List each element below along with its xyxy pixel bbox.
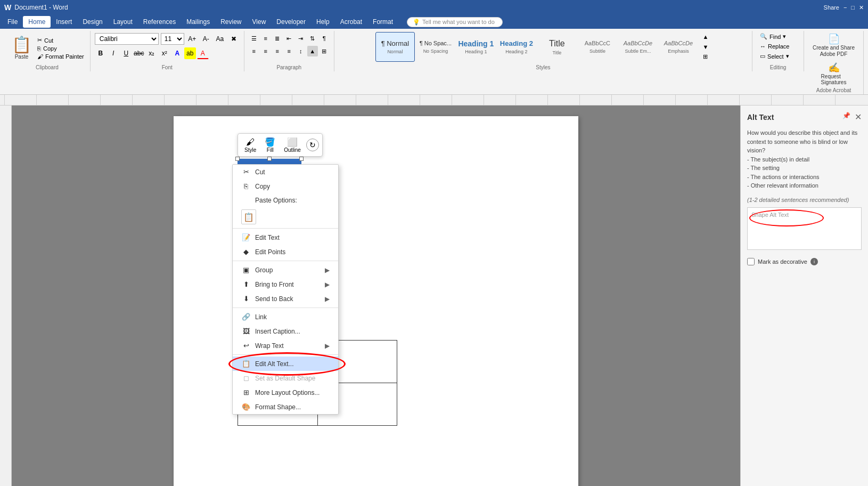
underline-btn[interactable]: U	[120, 47, 132, 59]
minimize-btn[interactable]: −	[844, 4, 847, 11]
styles-scroll-up[interactable]: ▲	[700, 32, 711, 42]
document-area[interactable]: 🖌 Style 🪣 Fill ⬜ Outline ↻	[12, 106, 740, 486]
clear-format-btn[interactable]: ✖	[228, 33, 240, 45]
ctx-format-shape[interactable]: 🎨 Format Shape...	[233, 400, 338, 414]
ctx-copy[interactable]: ⎘ Copy	[233, 179, 338, 193]
create-share-adobe-btn[interactable]: 📄 Create and ShareAdobe PDF	[808, 32, 859, 59]
menu-insert[interactable]: Insert	[51, 16, 77, 28]
ctx-more-layout[interactable]: ⊞ More Layout Options...	[233, 385, 338, 400]
line-spacing-btn[interactable]: ↕	[296, 46, 306, 56]
style-subtle-em[interactable]: AaBbCcDe Subtle Em...	[618, 32, 658, 62]
styles-more[interactable]: ⊞	[700, 52, 711, 62]
sort-btn[interactable]: ⇅	[307, 33, 318, 44]
change-case-btn[interactable]: Aa	[214, 33, 226, 45]
superscript-btn[interactable]: x²	[159, 47, 170, 59]
font-name-select[interactable]: Calibri	[95, 33, 159, 45]
handle-tl[interactable]	[235, 157, 240, 161]
multilevel-btn[interactable]: ≣	[272, 33, 283, 44]
menu-design[interactable]: Design	[77, 16, 108, 28]
replace-button[interactable]: ↔ Replace	[757, 42, 799, 51]
cut-button[interactable]: ✂ Cut	[36, 36, 86, 44]
borders-btn[interactable]: ⊞	[319, 46, 330, 56]
menu-mailings[interactable]: Mailings	[181, 16, 215, 28]
ctx-send-to-back[interactable]: ⬇ Send to Back ▶	[233, 291, 338, 306]
menu-review[interactable]: Review	[215, 16, 247, 28]
restore-btn[interactable]: □	[851, 4, 855, 11]
style-no-spacing[interactable]: ¶ No Spac... No Spacing	[416, 32, 455, 62]
format-painter-button[interactable]: 🖌 Format Painter	[36, 53, 86, 60]
strikethrough-btn[interactable]: abc	[133, 47, 145, 59]
format-painter-icon: 🖌	[37, 53, 43, 60]
menu-references[interactable]: References	[138, 16, 181, 28]
menu-home[interactable]: Home	[23, 16, 51, 28]
ctx-insert-caption[interactable]: 🖼 Insert Caption...	[233, 324, 338, 338]
italic-btn[interactable]: I	[108, 47, 119, 59]
find-button[interactable]: 🔍 Find ▾	[757, 32, 799, 41]
styles-scroll-down[interactable]: ▼	[700, 42, 711, 52]
fill-toolbar-btn[interactable]: 🪣 Fill	[261, 136, 279, 154]
outline-toolbar-btn[interactable]: ⬜ Outline	[281, 136, 304, 154]
align-right-btn[interactable]: ≡	[272, 46, 283, 56]
align-left-btn[interactable]: ≡	[249, 46, 259, 56]
ctx-edit-alt-text[interactable]: 📋 Edit Alt Text...	[233, 357, 338, 371]
ctx-link[interactable]: 🔗 Link	[233, 310, 338, 324]
panel-pin-icon[interactable]: 📌	[842, 112, 850, 122]
ctx-edit-text[interactable]: 📝 Edit Text	[233, 230, 338, 245]
ctx-wrap-text[interactable]: ↩ Wrap Text ▶	[233, 338, 338, 353]
alt-text-panel: Alt Text 📌 ✕ How would you describe this…	[740, 106, 868, 486]
style-heading2[interactable]: Heading 2 Heading 2	[497, 32, 536, 62]
style-toolbar-btn[interactable]: 🖌 Style	[241, 136, 259, 154]
align-center-btn[interactable]: ≡	[260, 46, 271, 56]
style-subtitle[interactable]: AaBbCcC Subtitle	[578, 32, 617, 62]
paste-option-btn-1[interactable]: 📋	[241, 209, 256, 224]
ctx-cut[interactable]: ✂ Cut	[233, 165, 338, 179]
bullets-btn[interactable]: ☰	[249, 33, 259, 44]
shape-wrapper[interactable]: ✂ Cut ⎘ Copy Paste Options: 📋	[238, 159, 301, 276]
grow-font-btn[interactable]: A+	[186, 33, 198, 45]
select-button[interactable]: ▭ Select ▾	[757, 52, 799, 61]
ctx-bring-to-front[interactable]: ⬆ Bring to Front ▶	[233, 277, 338, 291]
handle-tm[interactable]	[267, 157, 272, 161]
style-emphasis[interactable]: AaBbCcDe Emphasis	[659, 32, 698, 62]
text-color-btn[interactable]: A	[197, 47, 209, 59]
show-hide-btn[interactable]: ¶	[319, 33, 330, 44]
request-signatures-btn[interactable]: ✍ RequestSignatures	[808, 61, 859, 86]
style-title[interactable]: Title Title	[537, 32, 577, 62]
menu-view[interactable]: View	[247, 16, 272, 28]
mark-decorative-checkbox[interactable]	[747, 258, 755, 265]
font-group: Calibri 11 A+ A- Aa ✖ B I U abc x₂ x² A …	[91, 31, 244, 71]
copy-button[interactable]: ⎘ Copy	[36, 45, 86, 52]
shading-btn[interactable]: ▲	[307, 46, 318, 56]
handle-tr[interactable]	[299, 157, 304, 161]
style-subtitle-text: AaBbCcC	[585, 40, 610, 47]
style-heading1[interactable]: Heading 1 Heading 1	[456, 32, 496, 62]
menu-acrobat[interactable]: Acrobat	[335, 16, 367, 28]
shrink-font-btn[interactable]: A-	[200, 33, 212, 45]
share-button[interactable]: Share	[824, 4, 839, 11]
ctx-edit-points[interactable]: ◆ Edit Points	[233, 245, 338, 259]
style-normal[interactable]: ¶ Normal Normal	[375, 32, 415, 62]
mark-decorative-info-icon[interactable]: i	[810, 258, 818, 265]
decrease-indent-btn[interactable]: ⇤	[284, 33, 294, 44]
menu-help[interactable]: Help	[311, 16, 335, 28]
bold-btn[interactable]: B	[95, 47, 107, 59]
menu-format[interactable]: Format	[367, 16, 398, 28]
rotate-toolbar-btn[interactable]: ↻	[306, 139, 319, 151]
text-highlight-btn[interactable]: ab	[184, 47, 196, 59]
numbering-btn[interactable]: ≡	[260, 33, 271, 44]
menu-layout[interactable]: Layout	[108, 16, 138, 28]
adobe-acrobat-group: 📄 Create and ShareAdobe PDF ✍ RequestSig…	[804, 31, 864, 94]
text-effects-btn[interactable]: A	[171, 47, 183, 59]
justify-btn[interactable]: ≡	[284, 46, 294, 56]
menu-file[interactable]: File	[2, 16, 23, 28]
subscript-btn[interactable]: x₂	[146, 47, 158, 59]
ctx-group[interactable]: ▣ Group ▶	[233, 263, 338, 277]
ctx-caption-icon: 🖼	[241, 327, 251, 335]
panel-close-btn[interactable]: ✕	[855, 112, 862, 122]
font-size-select[interactable]: 11	[161, 33, 184, 45]
paste-button[interactable]: 📋 Paste	[9, 36, 35, 61]
increase-indent-btn[interactable]: ⇥	[296, 33, 306, 44]
menu-developer[interactable]: Developer	[271, 16, 311, 28]
tell-me-bar[interactable]: 💡 Tell me what you want to do	[407, 17, 503, 27]
close-btn[interactable]: ✕	[859, 4, 864, 11]
